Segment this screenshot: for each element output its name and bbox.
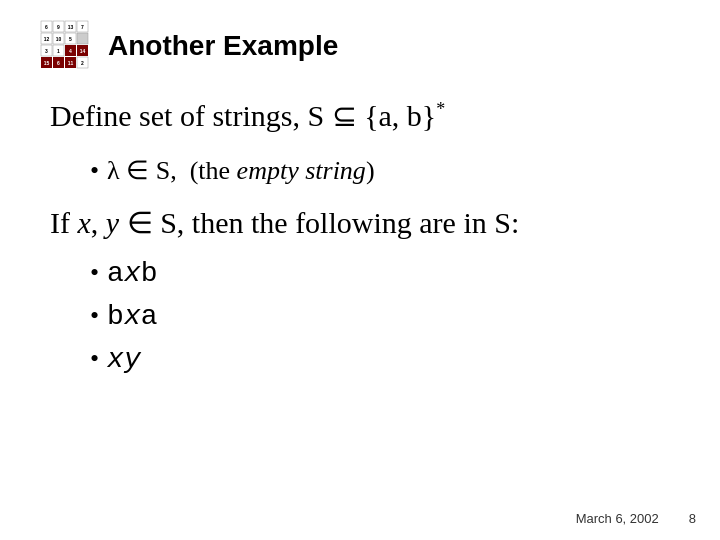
svg-text:15: 15 [44,60,50,66]
svg-text:3: 3 [45,48,48,54]
svg-text:14: 14 [80,48,86,54]
xy-item: • xy [90,344,680,375]
slide-container: 6 9 13 7 12 10 5 3 1 4 14 15 [0,0,720,540]
bullet-dot-1: • [90,153,99,189]
bxa-text: bxa [107,301,157,332]
define-line: Define set of strings, S ⊆ {a, b}* [50,96,680,135]
axb-text: axb [107,258,157,289]
svg-text:6: 6 [57,60,60,66]
xy-text: xy [107,344,141,375]
svg-text:5: 5 [69,36,72,42]
bullet-dot-4: • [90,344,99,374]
main-content: Define set of strings, S ⊆ {a, b}* • λ ∈… [40,96,680,375]
svg-text:7: 7 [81,24,84,30]
lambda-bullet: • λ ∈ S, (the empty string) [90,153,680,189]
svg-text:13: 13 [68,24,74,30]
bullet-dot-2: • [90,258,99,288]
svg-text:11: 11 [68,60,74,66]
svg-text:10: 10 [56,36,62,42]
svg-text:4: 4 [69,48,72,54]
bxa-item: • bxa [90,301,680,332]
svg-text:9: 9 [57,24,60,30]
axb-item: • axb [90,258,680,289]
footer-date: March 6, 2002 [576,511,659,526]
footer: March 6, 2002 8 [576,511,696,526]
lambda-text: λ ∈ S, (the empty string) [107,153,374,189]
svg-rect-14 [77,33,88,44]
grid-icon: 6 9 13 7 12 10 5 3 1 4 14 15 [40,20,92,72]
svg-text:1: 1 [57,48,60,54]
svg-text:2: 2 [81,60,84,66]
bullet-dot-3: • [90,301,99,331]
svg-text:6: 6 [45,24,48,30]
header: 6 9 13 7 12 10 5 3 1 4 14 15 [40,20,680,72]
if-line: If x, y ∈ S, then the following are in S… [50,203,680,242]
slide-title: Another Example [108,30,338,62]
footer-page: 8 [689,511,696,526]
svg-text:12: 12 [44,36,50,42]
